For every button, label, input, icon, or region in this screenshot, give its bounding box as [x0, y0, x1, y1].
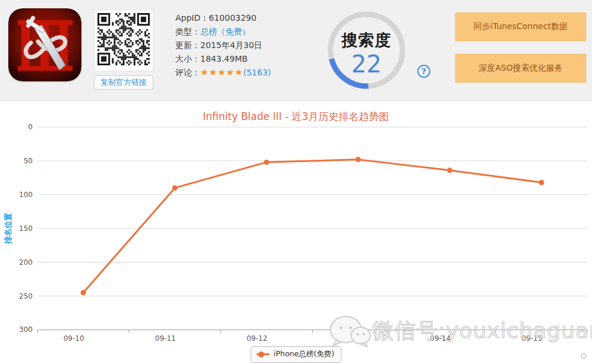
app-updated-row: 更新：2015年4月30日 — [175, 39, 271, 52]
app-id-value: 610003290 — [209, 13, 256, 23]
y-tick-label: 50 — [24, 157, 33, 165]
search-score-gauge: 搜索度 22 — [326, 10, 407, 90]
data-point — [539, 180, 544, 185]
app-updated-value: 2015年4月30日 — [200, 40, 262, 50]
app-header-panel: 复制官方链接 AppID：610003290 类型：总榜（免费） 更新：2015… — [0, 0, 592, 102]
y-tick-label: 300 — [19, 325, 33, 334]
x-tick-label: 09-12 — [247, 334, 267, 343]
app-id-label: AppID： — [175, 13, 209, 23]
legend-label: iPhone总榜(免费) — [274, 349, 335, 359]
star-rating: ★★★★★ — [200, 67, 243, 78]
y-tick-label: 150 — [19, 224, 33, 233]
app-size-label: 大小： — [175, 54, 200, 64]
help-icon[interactable]: ? — [417, 65, 430, 78]
app-id-row: AppID：610003290 — [175, 11, 271, 25]
y-axis-title: 排名位置 — [4, 213, 12, 245]
app-type-link[interactable]: 总榜（免费） — [200, 27, 250, 36]
x-tick-label: 09-11 — [155, 334, 176, 343]
data-point — [264, 160, 269, 165]
data-point — [447, 167, 452, 173]
watermark-dot — [581, 353, 587, 359]
x-tick-label: 09-13 — [338, 334, 359, 343]
page: 复制官方链接 AppID：610003290 类型：总榜（免费） 更新：2015… — [0, 0, 592, 364]
gauge-title: 搜索度 — [326, 30, 407, 51]
y-tick-label: 200 — [19, 258, 33, 267]
app-info-list: AppID：610003290 类型：总榜（免费） 更新：2015年4月30日 … — [175, 11, 271, 80]
y-tick-label: 100 — [19, 191, 33, 199]
app-size-row: 大小：1843.49MB — [175, 52, 271, 66]
legend-marker-icon — [257, 352, 270, 357]
data-point — [355, 157, 361, 162]
x-tick-label: 09-10 — [64, 334, 84, 343]
app-reviews-label: 评论： — [175, 68, 200, 77]
app-size-value: 1843.49MB — [200, 54, 248, 64]
y-tick-label: 250 — [19, 292, 33, 300]
infinity-blade-icon — [8, 8, 81, 81]
app-reviews-row: 评论：★★★★★(5163) — [175, 66, 271, 80]
qr-code-image — [97, 13, 150, 65]
gauge-value: 22 — [326, 50, 407, 78]
app-updated-label: 更新： — [175, 40, 200, 50]
deep-aso-service-button[interactable]: 深度ASO搜索优化服务 — [455, 54, 586, 83]
data-point — [172, 185, 178, 191]
series-line — [83, 160, 541, 293]
y-tick-label: 0 — [28, 123, 33, 131]
copy-official-link-button[interactable]: 复制官方链接 — [94, 75, 153, 90]
sync-itunesconnect-button[interactable]: 同步iTunesConnect数据 — [455, 12, 586, 41]
x-tick-label: 09-14 — [430, 334, 451, 343]
chart-legend[interactable]: iPhone总榜(免费) — [251, 346, 342, 363]
app-type-label: 类型： — [175, 27, 200, 36]
ranking-trend-chart: 05010015020025030009-1009-1109-1209-1309… — [0, 102, 592, 364]
review-count-link[interactable]: (5163) — [243, 68, 271, 77]
data-point — [81, 290, 86, 295]
app-icon — [8, 8, 81, 81]
qr-code — [94, 10, 153, 71]
x-tick-label: 09-15 — [521, 334, 542, 343]
app-type-row: 类型：总榜（免费） — [175, 25, 271, 39]
